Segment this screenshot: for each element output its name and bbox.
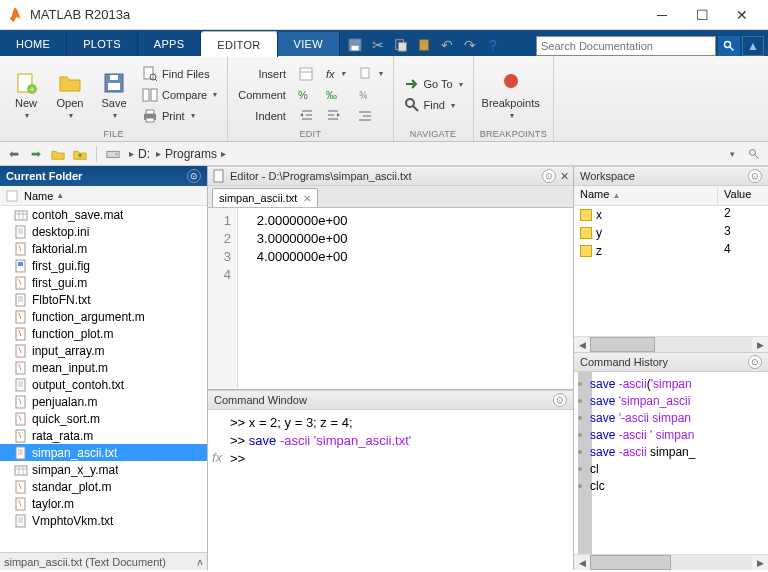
breakpoints-button[interactable]: Breakpoints▾ [480, 60, 542, 129]
editor-header[interactable]: Editor - D:\Programs\simpan_ascii.txt ⊙ … [208, 166, 573, 186]
workspace-header[interactable]: Workspace ⊙ [574, 166, 768, 186]
insert-marker-icon[interactable]: ▾ [353, 64, 387, 84]
file-row[interactable]: first_gui.fig [0, 257, 207, 274]
file-list[interactable]: contoh_save.matdesktop.inifaktorial.mfir… [0, 206, 207, 552]
command-window-body[interactable]: fx >> x = 2; y = 3; z = 4;>> save -ascii… [208, 410, 573, 571]
scroll-thumb[interactable] [590, 337, 655, 352]
file-row[interactable]: faktorial.m [0, 240, 207, 257]
qat-undo-icon[interactable]: ↶ [436, 34, 458, 56]
history-item[interactable]: save -ascii ' simpan [576, 427, 766, 444]
history-header[interactable]: Command History ⊙ [574, 352, 768, 372]
goto-button[interactable]: Go To▾ [400, 74, 467, 94]
path-drop-icon[interactable]: ▾ [722, 144, 742, 164]
qat-save-icon[interactable] [344, 34, 366, 56]
insert-button[interactable]: Insert [254, 64, 290, 84]
save-button[interactable]: Save▾ [94, 60, 134, 129]
history-item[interactable]: clc [576, 478, 766, 495]
editor-tab-close-icon[interactable]: ✕ [303, 193, 311, 204]
open-button[interactable]: Open▾ [50, 60, 90, 129]
workspace-row[interactable]: x2 [574, 206, 768, 224]
file-name-column[interactable]: Name ▲ [0, 186, 207, 206]
insert-fx-button[interactable]: fx▾ [322, 64, 349, 84]
file-row[interactable]: quick_sort.m [0, 410, 207, 427]
indent-left-icon[interactable] [294, 106, 318, 126]
maximize-button[interactable]: ☐ [682, 1, 722, 29]
indent-button[interactable]: Indent [251, 106, 290, 126]
expand-detail-icon[interactable]: ʌ [197, 556, 203, 567]
workspace-columns[interactable]: Name ▲ Value [574, 186, 768, 206]
history-item[interactable]: save 'simpan_ascii [576, 393, 766, 410]
file-row[interactable]: simpan_x_y.mat [0, 461, 207, 478]
compare-button[interactable]: Compare▾ [138, 85, 221, 105]
tab-editor[interactable]: EDITOR [201, 31, 277, 57]
minimize-panel-icon[interactable]: ⊙ [187, 169, 201, 183]
find-button[interactable]: Find▾ [400, 95, 467, 115]
current-folder-header[interactable]: Current Folder ⊙ [0, 166, 207, 186]
scroll-right-icon[interactable]: ▶ [752, 337, 768, 352]
nav-fwd-icon[interactable]: ➡ [26, 144, 46, 164]
tab-view[interactable]: VIEW [278, 32, 340, 56]
insert-section-icon[interactable] [294, 64, 318, 84]
qat-paste-icon[interactable] [413, 34, 435, 56]
close-button[interactable]: ✕ [722, 1, 762, 29]
file-row[interactable]: FlbtoFN.txt [0, 291, 207, 308]
path-search-icon[interactable] [744, 144, 764, 164]
hist-scroll-thumb[interactable] [590, 555, 671, 570]
workspace-hscroll[interactable]: ◀ ▶ [574, 336, 768, 352]
workspace-row[interactable]: y3 [574, 224, 768, 242]
new-button[interactable]: +New▾ [6, 60, 46, 129]
file-row[interactable]: simpan_ascii.txt [0, 444, 207, 461]
history-hscroll[interactable]: ◀ ▶ [574, 554, 768, 570]
history-body[interactable]: save -ascii('simpansave 'simpan_asciisav… [574, 372, 768, 554]
file-row[interactable]: penjualan.m [0, 393, 207, 410]
comment-block-icon[interactable]: ‰ [322, 85, 349, 105]
editor-close-icon[interactable]: ✕ [560, 170, 569, 183]
path-folder[interactable]: ▸Programs▸ [152, 147, 230, 161]
nav-back-icon[interactable]: ⬅ [4, 144, 24, 164]
file-row[interactable]: input_array.m [0, 342, 207, 359]
history-item[interactable]: save -ascii simpan_ [576, 444, 766, 461]
tab-plots[interactable]: PLOTS [67, 32, 138, 56]
file-row[interactable]: output_contoh.txt [0, 376, 207, 393]
file-row[interactable]: rata_rata.m [0, 427, 207, 444]
path-input[interactable] [232, 147, 720, 161]
file-row[interactable]: standar_plot.m [0, 478, 207, 495]
smart-indent-icon[interactable] [353, 106, 387, 126]
command-line[interactable]: >> [230, 450, 411, 468]
file-row[interactable]: taylor.m [0, 495, 207, 512]
editor-tab[interactable]: simpan_ascii.txt ✕ [212, 188, 318, 207]
indent-right-icon[interactable] [322, 106, 349, 126]
command-line[interactable]: >> save -ascii 'simpan_ascii.txt' [230, 432, 411, 450]
scroll-left-icon[interactable]: ◀ [574, 337, 590, 352]
search-input[interactable] [536, 36, 716, 56]
file-row[interactable]: VmphtoVkm.txt [0, 512, 207, 529]
file-row[interactable]: mean_input.m [0, 359, 207, 376]
history-menu-icon[interactable]: ⊙ [748, 355, 762, 369]
hist-scroll-left-icon[interactable]: ◀ [574, 555, 590, 570]
file-row[interactable]: contoh_save.mat [0, 206, 207, 223]
print-button[interactable]: Print▾ [138, 106, 221, 126]
qat-help-icon[interactable]: ? [482, 34, 504, 56]
qat-cut-icon[interactable]: ✂ [367, 34, 389, 56]
nav-up-icon[interactable] [48, 144, 68, 164]
code-content[interactable]: 2.0000000e+00 3.0000000e+00 4.0000000e+0… [238, 208, 356, 389]
qat-copy-icon[interactable] [390, 34, 412, 56]
nav-parent-icon[interactable] [70, 144, 90, 164]
find-files-button[interactable]: Find Files [138, 64, 221, 84]
file-row[interactable]: function_plot.m [0, 325, 207, 342]
search-button[interactable] [718, 36, 740, 56]
qat-redo-icon[interactable]: ↷ [459, 34, 481, 56]
hist-scroll-right-icon[interactable]: ▶ [752, 555, 768, 570]
ribbon-collapse-button[interactable]: ▲ [742, 36, 764, 56]
file-row[interactable]: first_gui.m [0, 274, 207, 291]
minimize-button[interactable]: ─ [642, 1, 682, 29]
workspace-menu-icon[interactable]: ⊙ [748, 169, 762, 183]
comment-pct-icon[interactable]: % [294, 85, 318, 105]
comment-button[interactable]: Comment [234, 85, 290, 105]
drive-icon[interactable] [103, 144, 123, 164]
uncomment-icon[interactable]: ¾ [353, 85, 387, 105]
command-line[interactable]: >> x = 2; y = 3; z = 4; [230, 414, 411, 432]
history-item[interactable]: save -ascii('simpan [576, 376, 766, 393]
command-window-header[interactable]: Command Window ⊙ [208, 390, 573, 410]
history-item[interactable]: cl [576, 461, 766, 478]
